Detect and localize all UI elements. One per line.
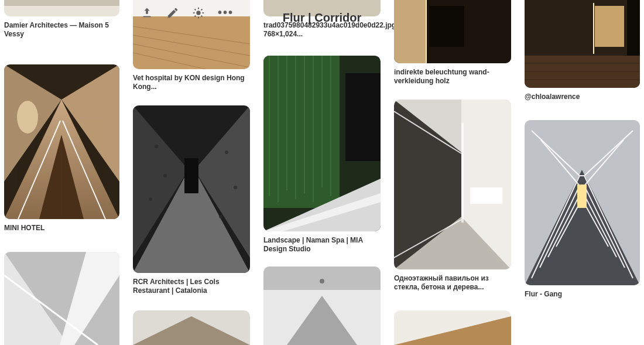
pin-title: Одноэтажный павильон из стекла, бетона и… bbox=[394, 274, 511, 292]
svg-point-35 bbox=[163, 174, 167, 177]
pin-title: indirekte beleuchtung wand-verkleidung h… bbox=[394, 68, 511, 86]
pin[interactable]: RCR Architects | Les Cols Restaurant | C… bbox=[133, 105, 250, 295]
svg-line-22 bbox=[201, 9, 203, 10]
brightness-icon[interactable] bbox=[192, 6, 205, 19]
svg-point-34 bbox=[155, 145, 158, 148]
share-icon[interactable] bbox=[141, 6, 153, 19]
svg-point-38 bbox=[234, 186, 237, 189]
svg-line-21 bbox=[194, 15, 196, 16]
svg-rect-33 bbox=[184, 158, 198, 193]
pin[interactable]: Flur - Gang bbox=[525, 120, 640, 299]
svg-rect-57 bbox=[263, 267, 381, 290]
pin-image bbox=[263, 267, 381, 345]
pin[interactable]: MINI HOTEL bbox=[4, 64, 119, 233]
pin-image bbox=[394, 100, 511, 269]
more-icon[interactable]: ••• bbox=[218, 6, 234, 19]
edit-icon[interactable] bbox=[166, 6, 179, 19]
svg-line-19 bbox=[194, 9, 196, 10]
board-header: Flur | Corridor bbox=[0, 0, 644, 35]
svg-rect-68 bbox=[470, 187, 502, 204]
pin-image bbox=[394, 310, 511, 345]
svg-point-36 bbox=[149, 197, 152, 201]
pin[interactable]: Landscape | Naman Spa | MIA Design Studi… bbox=[263, 56, 381, 254]
svg-rect-55 bbox=[345, 73, 381, 161]
svg-point-59 bbox=[320, 279, 324, 283]
svg-rect-72 bbox=[461, 123, 464, 223]
pin[interactable] bbox=[394, 310, 511, 345]
pin-title: Flur - Gang bbox=[525, 290, 640, 299]
pin[interactable] bbox=[263, 267, 381, 345]
pin-image bbox=[4, 252, 119, 345]
pin-title: Vet hospital by KON design Hong Kong... bbox=[133, 74, 250, 91]
svg-rect-85 bbox=[577, 185, 587, 208]
svg-point-14 bbox=[196, 11, 200, 15]
pin-title: MINI HOTEL bbox=[4, 224, 119, 233]
pin[interactable]: Одноэтажный павильон из стекла, бетона и… bbox=[394, 100, 511, 292]
pin-image bbox=[133, 310, 250, 345]
pin-image bbox=[525, 120, 640, 285]
svg-point-37 bbox=[225, 151, 228, 154]
svg-rect-44 bbox=[263, 56, 340, 208]
pin-title: RCR Architects | Les Cols Restaurant | C… bbox=[133, 278, 250, 295]
pin-toolbar: ••• bbox=[141, 6, 234, 19]
svg-point-39 bbox=[219, 215, 222, 218]
pin[interactable] bbox=[133, 310, 250, 345]
svg-point-9 bbox=[17, 101, 38, 134]
pin-image bbox=[263, 56, 381, 231]
board-title: Flur | Corridor bbox=[283, 11, 361, 25]
pin[interactable] bbox=[4, 252, 119, 345]
svg-line-20 bbox=[201, 15, 203, 16]
pin-image bbox=[4, 64, 119, 219]
pin-title: Landscape | Naman Spa | MIA Design Studi… bbox=[263, 236, 381, 254]
pin-image bbox=[133, 105, 250, 273]
pin-title: @chloalawrence bbox=[525, 93, 640, 101]
